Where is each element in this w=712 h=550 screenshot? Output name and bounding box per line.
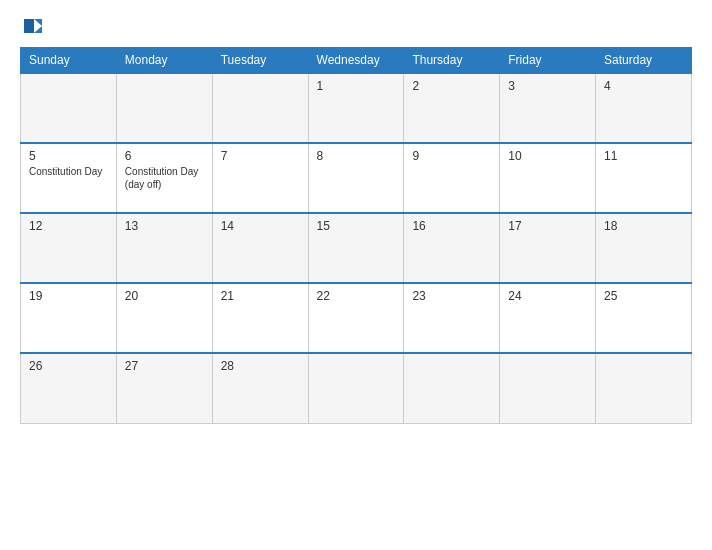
svg-marker-1 bbox=[24, 19, 34, 33]
calendar-cell: 20 bbox=[116, 283, 212, 353]
day-number: 25 bbox=[604, 289, 683, 303]
day-number: 27 bbox=[125, 359, 204, 373]
day-number: 6 bbox=[125, 149, 204, 163]
calendar-cell: 14 bbox=[212, 213, 308, 283]
day-number: 1 bbox=[317, 79, 396, 93]
weekday-header-wednesday: Wednesday bbox=[308, 48, 404, 74]
calendar-cell: 1 bbox=[308, 73, 404, 143]
calendar-cell: 22 bbox=[308, 283, 404, 353]
calendar-cell: 23 bbox=[404, 283, 500, 353]
day-number: 8 bbox=[317, 149, 396, 163]
calendar-cell: 3 bbox=[500, 73, 596, 143]
day-number: 10 bbox=[508, 149, 587, 163]
weekday-header-monday: Monday bbox=[116, 48, 212, 74]
calendar-cell bbox=[212, 73, 308, 143]
calendar-cell bbox=[116, 73, 212, 143]
logo bbox=[20, 15, 44, 37]
calendar-week-1: 1234 bbox=[21, 73, 692, 143]
weekday-header-row: SundayMondayTuesdayWednesdayThursdayFrid… bbox=[21, 48, 692, 74]
calendar-cell: 6Constitution Day (day off) bbox=[116, 143, 212, 213]
day-number: 23 bbox=[412, 289, 491, 303]
day-number: 13 bbox=[125, 219, 204, 233]
event-text: Constitution Day bbox=[29, 165, 108, 178]
calendar-week-5: 262728 bbox=[21, 353, 692, 423]
day-number: 5 bbox=[29, 149, 108, 163]
day-number: 17 bbox=[508, 219, 587, 233]
calendar-cell bbox=[21, 73, 117, 143]
calendar-cell bbox=[596, 353, 692, 423]
calendar-page: SundayMondayTuesdayWednesdayThursdayFrid… bbox=[0, 0, 712, 550]
day-number: 28 bbox=[221, 359, 300, 373]
calendar-cell: 16 bbox=[404, 213, 500, 283]
day-number: 24 bbox=[508, 289, 587, 303]
day-number: 2 bbox=[412, 79, 491, 93]
calendar-cell: 4 bbox=[596, 73, 692, 143]
day-number: 16 bbox=[412, 219, 491, 233]
calendar-week-4: 19202122232425 bbox=[21, 283, 692, 353]
calendar-cell bbox=[308, 353, 404, 423]
day-number: 26 bbox=[29, 359, 108, 373]
day-number: 12 bbox=[29, 219, 108, 233]
calendar-cell: 28 bbox=[212, 353, 308, 423]
day-number: 14 bbox=[221, 219, 300, 233]
day-number: 18 bbox=[604, 219, 683, 233]
calendar-cell: 8 bbox=[308, 143, 404, 213]
calendar-cell: 11 bbox=[596, 143, 692, 213]
weekday-header-thursday: Thursday bbox=[404, 48, 500, 74]
weekday-header-sunday: Sunday bbox=[21, 48, 117, 74]
logo-flag-icon bbox=[22, 15, 44, 37]
calendar-cell: 5Constitution Day bbox=[21, 143, 117, 213]
calendar-cell: 21 bbox=[212, 283, 308, 353]
day-number: 15 bbox=[317, 219, 396, 233]
calendar-cell: 12 bbox=[21, 213, 117, 283]
calendar-cell: 19 bbox=[21, 283, 117, 353]
calendar-cell: 2 bbox=[404, 73, 500, 143]
event-text: Constitution Day (day off) bbox=[125, 165, 204, 191]
day-number: 4 bbox=[604, 79, 683, 93]
calendar-cell: 7 bbox=[212, 143, 308, 213]
calendar-week-3: 12131415161718 bbox=[21, 213, 692, 283]
day-number: 22 bbox=[317, 289, 396, 303]
calendar-cell: 9 bbox=[404, 143, 500, 213]
calendar-cell: 26 bbox=[21, 353, 117, 423]
day-number: 20 bbox=[125, 289, 204, 303]
calendar-cell: 10 bbox=[500, 143, 596, 213]
day-number: 3 bbox=[508, 79, 587, 93]
day-number: 19 bbox=[29, 289, 108, 303]
calendar-cell bbox=[404, 353, 500, 423]
weekday-header-friday: Friday bbox=[500, 48, 596, 74]
calendar-cell: 27 bbox=[116, 353, 212, 423]
calendar-table: SundayMondayTuesdayWednesdayThursdayFrid… bbox=[20, 47, 692, 424]
calendar-cell: 24 bbox=[500, 283, 596, 353]
day-number: 7 bbox=[221, 149, 300, 163]
calendar-cell: 13 bbox=[116, 213, 212, 283]
day-number: 21 bbox=[221, 289, 300, 303]
calendar-cell: 15 bbox=[308, 213, 404, 283]
weekday-header-saturday: Saturday bbox=[596, 48, 692, 74]
weekday-header-tuesday: Tuesday bbox=[212, 48, 308, 74]
day-number: 11 bbox=[604, 149, 683, 163]
day-number: 9 bbox=[412, 149, 491, 163]
calendar-cell: 25 bbox=[596, 283, 692, 353]
calendar-cell: 18 bbox=[596, 213, 692, 283]
calendar-cell bbox=[500, 353, 596, 423]
calendar-week-2: 5Constitution Day6Constitution Day (day … bbox=[21, 143, 692, 213]
header bbox=[20, 15, 692, 37]
calendar-cell: 17 bbox=[500, 213, 596, 283]
